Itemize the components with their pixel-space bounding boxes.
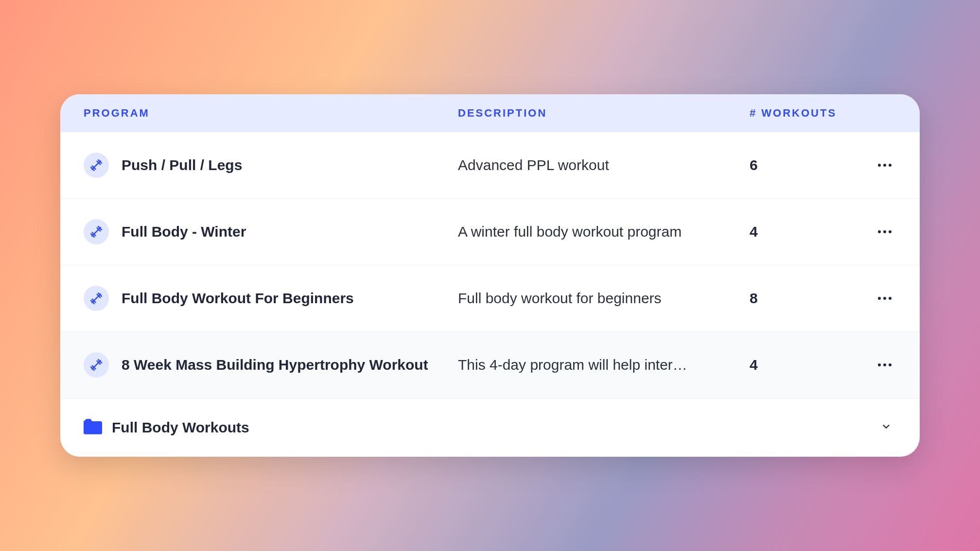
- svg-line-10: [92, 294, 100, 302]
- column-header-workouts[interactable]: # Workouts: [750, 107, 866, 120]
- program-name: Full Body Workout For Beginners: [122, 290, 354, 307]
- program-name: Full Body - Winter: [122, 224, 246, 240]
- svg-line-15: [92, 361, 100, 369]
- program-description: Full body workout for beginners: [458, 290, 750, 307]
- folder-icon: [84, 419, 102, 436]
- workouts-count: 4: [750, 224, 866, 240]
- chevron-down-icon[interactable]: [881, 421, 896, 434]
- table-row[interactable]: Full Body - Winter A winter full body wo…: [60, 199, 920, 265]
- dumbbell-icon: [84, 352, 109, 378]
- more-actions-icon[interactable]: [878, 297, 892, 300]
- programs-table-card: Program Description # Workouts Push / Pu…: [60, 94, 920, 457]
- table-row[interactable]: Full Body Workout For Beginners Full bod…: [60, 265, 920, 332]
- more-actions-icon[interactable]: [878, 164, 892, 167]
- program-description: A winter full body workout program: [458, 224, 750, 240]
- more-actions-icon[interactable]: [878, 230, 892, 233]
- svg-line-5: [92, 227, 100, 236]
- table-header: Program Description # Workouts: [60, 94, 920, 132]
- dumbbell-icon: [84, 153, 109, 178]
- more-actions-icon[interactable]: [878, 363, 892, 366]
- folder-name: Full Body Workouts: [112, 419, 249, 436]
- dumbbell-icon: [84, 286, 109, 311]
- workouts-count: 6: [750, 157, 866, 173]
- workouts-count: 8: [750, 290, 866, 307]
- program-description: Advanced PPL workout: [458, 157, 750, 173]
- column-header-program[interactable]: Program: [84, 107, 458, 120]
- workouts-count: 4: [750, 357, 866, 373]
- table-row[interactable]: 8 Week Mass Building Hypertrophy Workout…: [60, 332, 920, 398]
- svg-line-0: [92, 161, 100, 169]
- program-name: Push / Pull / Legs: [122, 157, 242, 173]
- program-description: This 4-day program will help inter…: [458, 357, 750, 373]
- column-header-description[interactable]: Description: [458, 107, 750, 120]
- table-row[interactable]: Push / Pull / Legs Advanced PPL workout …: [60, 132, 920, 199]
- folder-row[interactable]: Full Body Workouts: [60, 398, 920, 457]
- program-name: 8 Week Mass Building Hypertrophy Workout: [122, 357, 428, 373]
- dumbbell-icon: [84, 219, 109, 244]
